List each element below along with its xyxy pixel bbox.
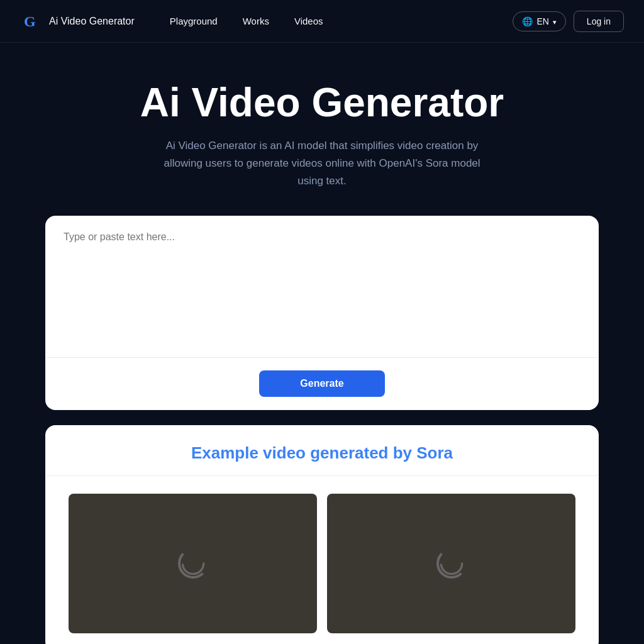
generator-wrapper: Generate	[0, 216, 644, 425]
nav-playground[interactable]: Playground	[160, 11, 228, 31]
hero-section: Ai Video Generator Ai Video Generator is…	[0, 43, 644, 216]
nav-works[interactable]: Works	[233, 11, 279, 31]
language-selector[interactable]: EN	[513, 11, 565, 31]
examples-card: Example video generated by Sora	[45, 425, 599, 644]
generate-button[interactable]: Generate	[259, 370, 385, 397]
navbar: G Ai Video Generator Playground Works Vi…	[0, 0, 644, 43]
video-thumbnail-1[interactable]	[69, 494, 317, 633]
nav-links: Playground Works Videos	[160, 11, 513, 31]
examples-title: Example video generated by Sora	[64, 443, 580, 463]
generator-footer: Generate	[46, 358, 598, 409]
loading-spinner-2	[436, 548, 467, 579]
language-code: EN	[536, 16, 548, 26]
svg-point-1	[182, 553, 203, 574]
svg-text:G: G	[24, 13, 36, 30]
chevron-down-icon	[553, 16, 557, 26]
hero-title: Ai Video Generator	[20, 80, 624, 125]
logo-link[interactable]: G Ai Video Generator	[20, 10, 135, 33]
nav-videos[interactable]: Videos	[284, 11, 333, 31]
loading-spinner-1	[178, 548, 208, 579]
navbar-actions: EN Log in	[513, 11, 624, 32]
text-input[interactable]	[46, 216, 598, 355]
examples-header: Example video generated by Sora	[46, 426, 598, 476]
examples-wrapper: Example video generated by Sora	[0, 425, 644, 644]
examples-grid	[46, 476, 598, 644]
globe-icon	[522, 16, 533, 26]
hero-description: Ai Video Generator is an AI model that s…	[158, 137, 486, 190]
brand-name: Ai Video Generator	[49, 16, 135, 27]
logo-icon: G	[20, 10, 43, 33]
video-thumbnail-2[interactable]	[327, 494, 575, 633]
svg-point-2	[441, 553, 462, 574]
login-button[interactable]: Log in	[574, 11, 624, 32]
generator-card: Generate	[45, 216, 599, 410]
